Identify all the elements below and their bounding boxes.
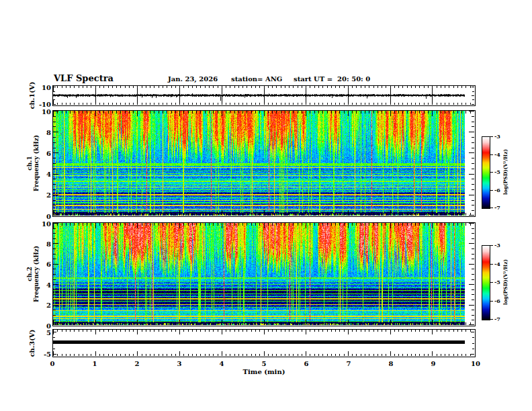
ch2-spectrogram-panel	[52, 222, 476, 326]
ch1-frequency-axis-label-line2: Frequency (kHz)	[33, 135, 40, 191]
x-tick-label: 3	[177, 360, 182, 367]
x-tick-label: 4	[220, 360, 224, 367]
ch2-frequency-axis-label-line1: ch.2	[26, 246, 33, 302]
ch1-voltage-panel	[52, 85, 476, 106]
x-tick-label: 6	[304, 360, 309, 367]
colorbar-tick-mark	[490, 172, 493, 173]
x-tick-label: 0	[50, 360, 55, 367]
x-tick-label: 8	[389, 360, 394, 367]
y-tick-label: 8	[31, 240, 51, 247]
colorbar-tick-label: -4	[494, 151, 500, 158]
y-tick-label: 5	[31, 328, 51, 336]
colorbar-ch2-label: log(PSD)(V²/Hz)	[502, 259, 508, 305]
y-tick-label: 10	[31, 107, 51, 115]
x-tick-label: 2	[135, 360, 140, 367]
ch1-voltage-waveform-canvas	[53, 86, 474, 105]
x-tick-label: 7	[347, 360, 351, 367]
ch1-frequency-axis-label: ch.1 Frequency (kHz)	[26, 135, 40, 191]
y-tick-label: 6	[31, 149, 51, 156]
x-tick-label: 5	[262, 360, 267, 367]
figure-title: VLF Spectra	[54, 73, 114, 83]
colorbar-ch1	[482, 136, 490, 209]
colorbar-tick-mark	[490, 301, 493, 302]
observation-date: Jan. 23, 2026	[168, 75, 218, 83]
colorbar-tick-label: -5	[494, 279, 500, 285]
colorbar-tick-mark	[490, 154, 493, 155]
y-tick-label: 2	[31, 191, 51, 199]
colorbar-tick-label: -6	[494, 187, 500, 193]
colorbar-tick-label: -3	[494, 242, 500, 248]
ch3-voltage-waveform-canvas	[53, 330, 474, 356]
ch3-voltage-panel	[52, 329, 476, 357]
ch1-spectrogram-canvas	[53, 111, 474, 216]
start-ut-label: start UT = 20: 50: 0	[294, 75, 370, 83]
colorbar-tick-mark	[490, 264, 493, 265]
colorbar-tick-mark	[490, 319, 493, 320]
x-tick-label: 10	[471, 360, 480, 367]
colorbar-tick-mark	[490, 190, 493, 191]
vlf-spectra-figure: VLF Spectra Jan. 23, 2026 station= ANG s…	[0, 0, 532, 411]
colorbar-tick-label: -7	[494, 316, 500, 322]
colorbar-ch1-gradient-canvas	[482, 137, 490, 208]
y-tick-label: -10	[31, 101, 51, 108]
colorbar-tick-label: -6	[494, 298, 500, 304]
y-tick-label: 8	[31, 128, 51, 136]
y-tick-label: 4	[31, 281, 51, 288]
colorbar-tick-label: -7	[494, 204, 500, 211]
x-tick-label: 1	[93, 360, 97, 367]
colorbar-ch2	[482, 245, 490, 320]
colorbar-tick-label: -3	[494, 133, 500, 140]
station-label: station= ANG	[231, 75, 282, 83]
colorbar-ch2-gradient-canvas	[482, 246, 490, 320]
colorbar-tick-mark	[490, 245, 493, 246]
colorbar-tick-mark	[490, 282, 493, 283]
y-tick-label: 4	[31, 171, 51, 178]
colorbar-ch1-label: log(PSD)(V²/Hz)	[502, 149, 508, 195]
ch1-spectrogram-panel	[52, 110, 476, 217]
colorbar-tick-mark	[490, 208, 493, 208]
y-tick-label: -5	[31, 351, 51, 358]
ch2-spectrogram-canvas	[53, 223, 474, 325]
colorbar-tick-label: -5	[494, 169, 500, 175]
colorbar-tick-label: -4	[494, 261, 500, 267]
y-tick-label: 2	[31, 302, 51, 309]
ch2-frequency-axis-label-line2: Frequency (kHz)	[33, 246, 40, 302]
ch2-frequency-axis-label: ch.2 Frequency (kHz)	[26, 246, 40, 302]
colorbar-tick-mark	[490, 136, 493, 137]
y-tick-label: 0	[31, 212, 51, 220]
time-axis-label: Time (min)	[243, 368, 285, 375]
y-tick-label: 10	[31, 220, 51, 227]
y-tick-label: 6	[31, 261, 51, 268]
ch1-frequency-axis-label-line1: ch.1	[26, 135, 33, 191]
x-tick-label: 9	[431, 360, 436, 367]
y-tick-label: 10	[31, 83, 51, 91]
